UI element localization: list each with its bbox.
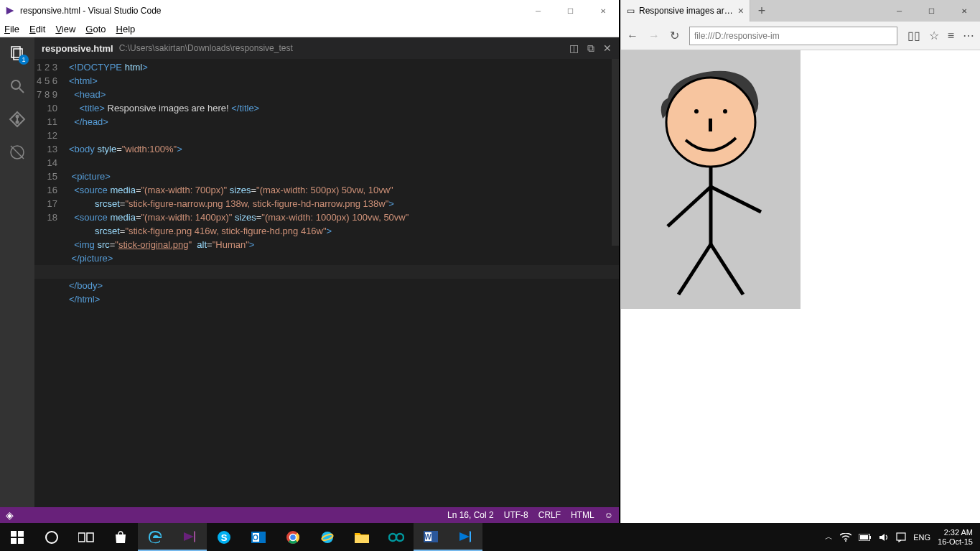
taskbar-outlook-icon[interactable]: O [241,523,276,551]
debug-icon[interactable] [7,142,27,162]
svg-rect-18 [11,531,17,537]
tray-chevron-up-icon[interactable]: ︿ [825,532,833,542]
edge-tabstrip: ▭ Responsive images are h × + ─ ☐ ✕ [621,0,980,22]
split-editor-icon[interactable]: ◫ [569,42,579,55]
edge-minimize-button[interactable]: ─ [883,0,915,22]
taskbar-store-icon[interactable] [103,523,138,551]
taskbar-explorer-icon[interactable] [345,523,379,551]
vscode-menubar: File Edit View Goto Help [0,22,619,37]
tray-language[interactable]: ENG [913,533,930,542]
svg-line-17 [711,244,743,295]
svg-point-43 [845,540,846,542]
svg-rect-46 [860,535,868,540]
taskbar-ie-icon[interactable] [310,523,345,551]
vscode-title: responsive.html - Visual Studio Code [20,6,522,16]
vscode-statusbar: ◈ Ln 16, Col 2 UTF-8 CRLF HTML ☺ [0,507,619,523]
maximize-button[interactable]: ☐ [554,0,587,22]
start-button[interactable] [0,523,34,551]
edge-viewport [621,50,980,523]
more-actions-icon[interactable]: ⋯ [963,29,974,42]
svg-point-10 [694,109,699,114]
svg-text:O: O [253,534,258,542]
address-bar[interactable]: file:///D:/responsive-im [689,27,897,45]
taskbar-chrome-icon[interactable] [276,523,310,551]
task-view-button[interactable] [69,523,103,551]
vscode-window: responsive.html - Visual Studio Code ─ ☐… [0,0,619,523]
explorer-badge: 1 [19,55,29,65]
favorite-icon[interactable]: ☆ [929,29,939,42]
vscode-titlebar[interactable]: responsive.html - Visual Studio Code ─ ☐… [0,0,619,22]
svg-text:S: S [221,532,228,543]
tray-volume-icon[interactable] [879,532,889,542]
edge-toolbar: ← → ↻ file:///D:/responsive-im ▯▯ ☆ ≡ ⋯ [621,22,980,50]
tray-battery-icon[interactable] [859,534,872,541]
back-icon[interactable]: ← [627,29,638,42]
stick-figure-image [621,50,801,309]
svg-point-11 [723,109,727,114]
taskbar-arduino-icon[interactable] [379,523,414,551]
taskbar-vs-icon[interactable] [172,523,207,551]
close-button[interactable]: ✕ [587,0,619,22]
tray-wifi-icon[interactable] [840,533,851,542]
svg-point-2 [11,80,20,89]
taskbar-vscode-icon[interactable] [448,523,482,551]
taskbar-word-icon[interactable]: W [414,523,448,551]
taskbar-skype-icon[interactable]: S [207,523,241,551]
svg-rect-45 [869,536,871,539]
edge-new-tab-button[interactable]: + [750,0,773,22]
edge-window: ▭ Responsive images are h × + ─ ☐ ✕ ← → … [620,0,980,523]
line-numbers: 1 2 3 4 5 6 7 8 9 10 11 12 13 14 15 16 1… [34,59,69,507]
svg-rect-12 [709,119,712,131]
edge-maximize-button[interactable]: ☐ [915,0,948,22]
editor-tab-filename[interactable]: responsive.html [42,43,113,54]
system-tray: ︿ ENG 2:32 AM 16-Oct-15 [825,528,980,547]
menu-help[interactable]: Help [116,24,136,34]
svg-text:W: W [424,533,431,541]
code-editor[interactable]: 1 2 3 4 5 6 7 8 9 10 11 12 13 14 15 16 1… [34,59,619,507]
tray-notifications-icon[interactable] [896,532,906,542]
svg-rect-37 [355,535,369,543]
svg-point-38 [389,534,396,541]
code-content[interactable]: <!DOCTYPE html> <html> <head> <title> Re… [69,59,619,507]
editor-tabs: responsive.html C:\Users\sakirtan\Downlo… [34,37,619,59]
vscode-logo-icon [4,5,16,17]
forward-icon[interactable]: → [648,29,660,42]
status-feedback-icon[interactable]: ☺ [605,510,613,520]
refresh-icon[interactable]: ↻ [670,29,679,42]
menu-file[interactable]: File [4,24,19,34]
edge-tab-title: Responsive images are h [639,6,734,16]
svg-point-22 [46,532,57,543]
svg-rect-20 [11,538,17,544]
git-icon[interactable] [7,109,27,129]
status-sync-icon[interactable]: ◈ [6,509,14,521]
minimize-button[interactable]: ─ [522,0,554,22]
menu-goto[interactable]: Goto [85,24,106,34]
edge-close-button[interactable]: ✕ [948,0,980,22]
more-icon[interactable]: ⧉ [587,42,594,55]
explorer-icon[interactable]: 1 [7,43,27,63]
search-icon[interactable] [7,76,27,96]
svg-line-3 [19,88,24,93]
svg-rect-21 [18,538,24,544]
status-position[interactable]: Ln 16, Col 2 [447,510,494,520]
tray-clock[interactable]: 2:32 AM 16-Oct-15 [938,528,973,547]
edge-tab-close-icon[interactable]: × [738,5,744,17]
status-language[interactable]: HTML [571,510,594,520]
hub-icon[interactable]: ≡ [948,29,954,42]
svg-line-16 [678,244,711,295]
edge-tab[interactable]: ▭ Responsive images are h × [621,0,750,22]
status-eol[interactable]: CRLF [538,510,561,520]
cortana-button[interactable] [34,523,69,551]
status-encoding[interactable]: UTF-8 [504,510,528,520]
menu-view[interactable]: View [55,24,75,34]
taskbar: S O W ︿ ENG 2:32 AM 16-Oct-15 [0,523,980,551]
menu-edit[interactable]: Edit [29,24,45,34]
tab-file-icon: ▭ [627,6,635,16]
reading-view-icon[interactable]: ▯▯ [907,29,920,42]
close-tab-icon[interactable]: ✕ [603,42,612,55]
taskbar-edge-icon[interactable] [138,523,172,551]
svg-rect-47 [897,533,905,540]
svg-rect-23 [78,533,85,542]
svg-line-15 [711,187,761,212]
svg-rect-24 [87,533,93,542]
